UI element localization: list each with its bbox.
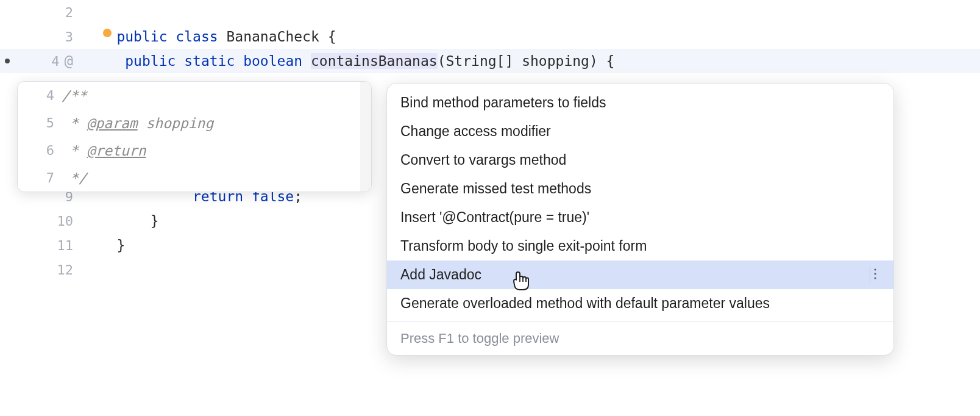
code-content: }: [78, 237, 125, 253]
menu-item-label: Add Javadoc: [400, 267, 481, 283]
menu-item-transform-body[interactable]: Transform body to single exit-point form: [387, 232, 893, 260]
menu-item-convert-varargs[interactable]: Convert to varargs method: [387, 146, 893, 174]
code-content: public static boolean containsBananas(St…: [78, 53, 614, 69]
keyword: class: [176, 29, 218, 45]
javadoc-preview-popup: 4 /** 5 * @param shopping 6 * @return 7 …: [17, 81, 372, 192]
keyword: public: [125, 53, 176, 69]
menu-item-insert-contract[interactable]: Insert '@Contract(pure = true)': [387, 203, 893, 232]
preview-line: 5 * @param shopping: [18, 109, 371, 137]
line-number: 4: [41, 54, 60, 69]
keyword: public: [116, 29, 167, 45]
more-options-icon[interactable]: [870, 267, 880, 283]
class-name: BananaCheck: [226, 29, 319, 45]
code-content: }: [78, 213, 159, 229]
svg-point-1: [874, 273, 876, 274]
preview-line: 4 /**: [18, 82, 371, 109]
brace: {: [319, 29, 336, 45]
line-number: 3: [55, 29, 73, 45]
gutter: 4 @: [0, 52, 78, 70]
gutter: 10: [0, 213, 78, 229]
intention-actions-menu[interactable]: Bind method parameters to fields Change …: [386, 83, 894, 356]
menu-item-label: Generate overloaded method with default …: [400, 295, 770, 312]
menu-item-label: Transform body to single exit-point form: [400, 238, 647, 254]
preview-line: 6 * @return: [18, 137, 371, 164]
preview-line-number: 7: [18, 170, 62, 185]
gutter: 2: [0, 5, 78, 20]
line-number: 2: [55, 5, 73, 20]
menu-item-bind-params[interactable]: Bind method parameters to fields: [387, 84, 893, 117]
line-number: 12: [55, 262, 73, 278]
svg-point-2: [874, 277, 876, 279]
keyword: static: [184, 53, 235, 69]
menu-item-label: Change access modifier: [400, 123, 551, 140]
preview-code: * @param shopping: [62, 115, 213, 131]
line-number: 11: [55, 238, 73, 253]
code-line-current[interactable]: 4 @ public static boolean containsBanana…: [0, 49, 980, 73]
method-name: containsBananas: [311, 53, 438, 69]
menu-item-add-javadoc[interactable]: Add Javadoc: [387, 260, 893, 289]
menu-item-label: Insert '@Contract(pure = true)': [400, 209, 589, 226]
params: (String[] shopping) {: [438, 53, 615, 69]
menu-item-label: Bind method parameters to fields: [400, 95, 606, 111]
keyword: boolean: [243, 53, 302, 69]
line-number: 10: [55, 213, 73, 229]
preview-line: 7 */: [18, 164, 371, 192]
code-line[interactable]: 3 public class BananaCheck {: [0, 24, 980, 49]
preview-code: */: [62, 170, 87, 186]
preview-code: * @return: [62, 143, 146, 159]
gutter-annotation-icon[interactable]: @: [65, 52, 73, 70]
gutter: 11: [0, 238, 78, 253]
preview-line-number: 6: [18, 143, 62, 158]
code-content: public class BananaCheck {: [78, 29, 336, 45]
preview-code: /**: [62, 88, 87, 104]
svg-point-0: [874, 268, 876, 270]
breakpoint-icon[interactable]: [5, 59, 10, 63]
javadoc-tag: @param: [87, 115, 138, 131]
preview-line-number: 4: [18, 88, 62, 103]
menu-footer-hint: Press F1 to toggle preview: [387, 321, 893, 355]
code-line[interactable]: 2: [0, 0, 980, 24]
preview-scrollbar[interactable]: [360, 82, 371, 192]
menu-item-change-access[interactable]: Change access modifier: [387, 117, 893, 146]
gutter: 3: [0, 29, 78, 45]
menu-item-label: Generate missed test methods: [400, 181, 591, 197]
menu-item-generate-overloaded[interactable]: Generate overloaded method with default …: [387, 289, 893, 321]
gutter: 12: [0, 262, 78, 278]
warning-marker-icon: [103, 29, 112, 37]
menu-item-label: Convert to varargs method: [400, 152, 566, 168]
preview-line-number: 5: [18, 115, 62, 131]
menu-item-generate-tests[interactable]: Generate missed test methods: [387, 174, 893, 203]
javadoc-tag: @return: [87, 143, 146, 159]
